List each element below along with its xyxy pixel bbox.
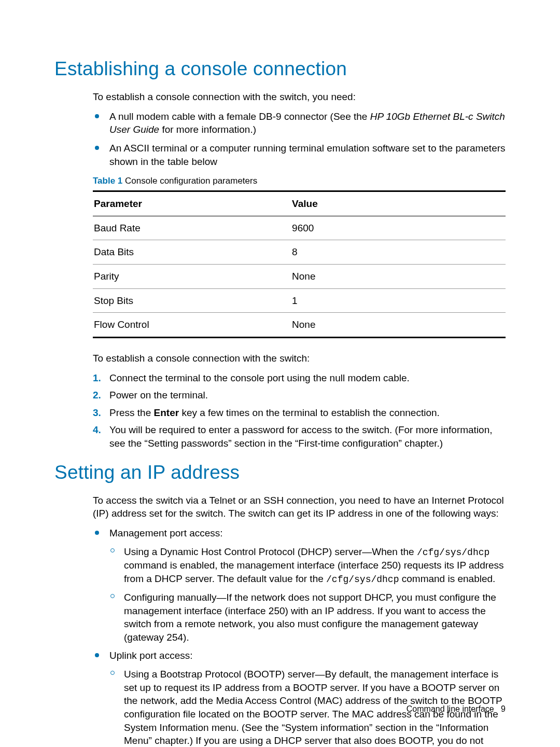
step-item: Power on the terminal. <box>93 389 506 402</box>
page-footer: Command line interface 9 <box>407 703 506 715</box>
cell-param: Parity <box>93 265 291 289</box>
cell-param: Flow Control <box>93 313 291 338</box>
list-item: An ASCII terminal or a computer running … <box>93 142 506 168</box>
step-item: Press the Enter key a few times on the t… <box>93 406 506 420</box>
table-row: Parity None <box>93 265 506 289</box>
cell-value: 1 <box>291 288 506 313</box>
table-header-value: Value <box>291 191 506 216</box>
sub-item: Using a Dynamic Host Control Protocol (D… <box>109 545 506 586</box>
requirements-list: A null modem cable with a female DB-9 co… <box>93 110 506 169</box>
list-item: Management port access: Using a Dynamic … <box>93 527 506 644</box>
table-row: Stop Bits 1 <box>93 288 506 313</box>
mgmt-sublist: Using a Dynamic Host Control Protocol (D… <box>109 545 506 644</box>
uplink-port-label: Uplink port access: <box>109 650 193 661</box>
table-caption-text: Console configuration parameters <box>122 176 257 186</box>
cell-param: Baud Rate <box>93 216 291 240</box>
table-caption: Table 1 Console configuration parameters <box>93 175 506 187</box>
key-name: Enter <box>154 407 179 418</box>
step-item: Connect the terminal to the console port… <box>93 371 506 385</box>
heading-establishing-console: Establishing a console connection <box>54 56 506 82</box>
cell-param: Data Bits <box>93 240 291 265</box>
cell-param: Stop Bits <box>93 288 291 313</box>
text: key a few times on the terminal to estab… <box>179 407 440 418</box>
table-row: Data Bits 8 <box>93 240 506 265</box>
footer-page-number: 9 <box>501 704 506 713</box>
cell-value: 8 <box>291 240 506 265</box>
text: Press the <box>109 407 154 418</box>
mgmt-port-label: Management port access: <box>109 528 223 538</box>
table-header-parameter: Parameter <box>93 191 291 216</box>
list-item: Uplink port access: Using a Bootstrap Pr… <box>93 649 506 747</box>
list-item: A null modem cable with a female DB-9 co… <box>93 110 506 136</box>
command-code: /cfg/sys/dhcp <box>417 547 489 558</box>
text: command is enabled. <box>399 573 495 584</box>
steps-intro: To establish a console connection with t… <box>93 352 506 365</box>
cell-value: None <box>291 265 506 289</box>
table-label: Table 1 <box>93 176 122 186</box>
intro-text: To establish a console connection with t… <box>93 90 506 104</box>
sub-item: Configuring manually—If the network does… <box>109 591 506 644</box>
footer-text: Command line interface <box>407 704 494 713</box>
text: Using a Dynamic Host Control Protocol (D… <box>124 546 417 557</box>
text: for more information.) <box>159 124 256 135</box>
console-config-table: Parameter Value Baud Rate 9600 Data Bits… <box>93 190 506 338</box>
intro-text: To access the switch via a Telnet or an … <box>93 494 506 520</box>
steps-list: Connect the terminal to the console port… <box>93 371 506 450</box>
step-item: You will be required to enter a password… <box>93 423 506 450</box>
command-code: /cfg/sys/dhcp <box>326 574 399 585</box>
cell-value: 9600 <box>291 216 506 240</box>
heading-setting-ip: Setting an IP address <box>54 460 506 486</box>
table-row: Flow Control None <box>93 313 506 338</box>
table-row: Baud Rate 9600 <box>93 216 506 240</box>
text: A null modem cable with a female DB-9 co… <box>109 111 370 122</box>
cell-value: None <box>291 313 506 338</box>
